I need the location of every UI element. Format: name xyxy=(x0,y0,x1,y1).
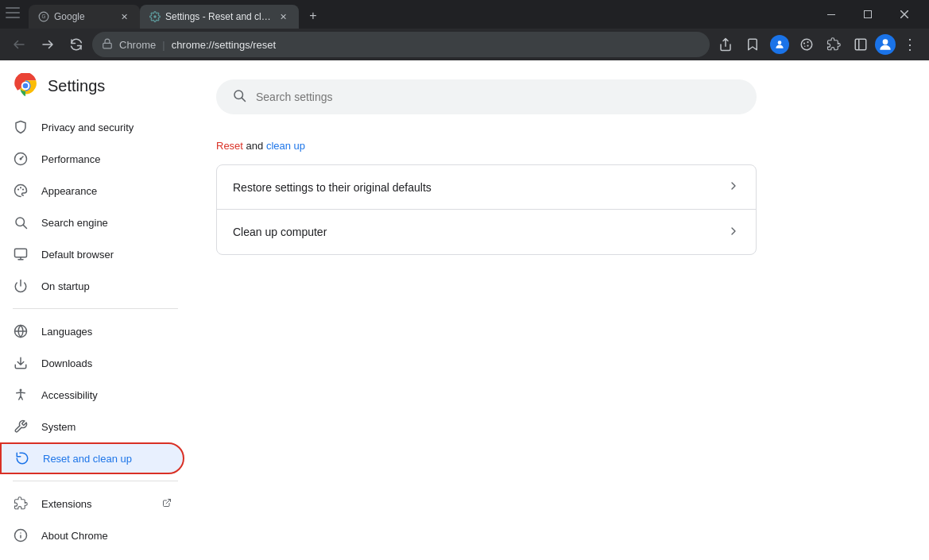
hamburger-line-3 xyxy=(6,17,20,18)
svg-point-9 xyxy=(803,42,805,44)
sidebar-item-reset[interactable]: Reset and clean up xyxy=(0,442,184,474)
back-button[interactable] xyxy=(6,32,32,57)
tab-google[interactable]: G Google ✕ xyxy=(29,5,140,29)
google-account-icon[interactable] xyxy=(767,32,792,57)
palette-icon xyxy=(13,183,29,198)
monitor-icon xyxy=(13,247,29,261)
sidebar-toggle-button[interactable] xyxy=(848,32,873,57)
hamburger-menu[interactable] xyxy=(0,0,25,25)
svg-point-22 xyxy=(22,188,24,190)
svg-point-12 xyxy=(804,46,806,48)
section-title-and: and xyxy=(243,140,266,152)
toolbar-right: ⋮ xyxy=(713,32,923,57)
profile-avatar[interactable] xyxy=(875,34,896,55)
cleanup-settings-arrow xyxy=(727,225,740,240)
download-icon xyxy=(13,356,29,370)
content-area: Reset and clean up Restore settings to t… xyxy=(191,60,929,560)
svg-rect-6 xyxy=(103,43,112,48)
svg-point-15 xyxy=(883,39,888,44)
sidebar-item-search[interactable]: Search engine xyxy=(0,207,184,238)
tab-close-google[interactable]: ✕ xyxy=(118,10,130,23)
sidebar-label-startup: On startup xyxy=(41,280,172,292)
share-button[interactable] xyxy=(713,32,738,57)
extensions-cookies-icon[interactable] xyxy=(794,32,819,57)
sidebar-item-system[interactable]: System xyxy=(0,411,184,442)
restore-settings-label: Restore settings to their original defau… xyxy=(233,181,432,194)
close-button[interactable] xyxy=(886,0,923,29)
svg-point-20 xyxy=(17,188,19,190)
main-content: Settings Privacy and security Performanc… xyxy=(0,60,929,560)
cleanup-settings-item[interactable]: Clean up computer xyxy=(217,210,756,254)
search-settings-bar[interactable] xyxy=(216,79,757,114)
address-separator: | xyxy=(162,39,165,51)
sidebar-header[interactable]: Settings xyxy=(0,67,191,111)
refresh-button[interactable] xyxy=(64,32,89,57)
sidebar-item-default-browser[interactable]: Default browser xyxy=(0,238,184,270)
forward-button[interactable] xyxy=(35,32,60,57)
svg-point-19 xyxy=(20,158,22,160)
hamburger-line-1 xyxy=(6,7,20,9)
reset-icon xyxy=(14,451,30,465)
sidebar-label-system: System xyxy=(41,421,172,433)
address-path: chrome://settings/reset xyxy=(172,39,277,51)
tab-bar: G Google ✕ Settings - Reset and clean up… xyxy=(0,0,807,29)
sidebar-item-downloads[interactable]: Downloads xyxy=(0,347,184,379)
search-icon xyxy=(232,88,246,106)
search-settings-input[interactable] xyxy=(256,91,741,103)
sidebar-item-performance[interactable]: Performance xyxy=(0,143,184,175)
sidebar-item-privacy[interactable]: Privacy and security xyxy=(0,111,184,143)
sidebar-label-extensions: Extensions xyxy=(41,498,149,510)
new-tab-button[interactable]: + xyxy=(302,5,324,27)
sidebar-label-privacy: Privacy and security xyxy=(41,122,172,133)
chrome-logo xyxy=(13,73,38,98)
restore-button[interactable] xyxy=(850,0,886,29)
tab-favicon-google: G xyxy=(38,11,49,22)
globe-icon xyxy=(13,324,29,338)
svg-rect-2 xyxy=(827,14,835,15)
minimize-button[interactable] xyxy=(813,0,850,29)
sidebar-label-about: About Chrome xyxy=(41,530,172,542)
cleanup-settings-label: Clean up computer xyxy=(233,226,327,238)
sidebar-divider-2 xyxy=(13,481,178,481)
restore-settings-item[interactable]: Restore settings to their original defau… xyxy=(217,165,756,210)
extensions-button[interactable] xyxy=(821,32,846,57)
svg-point-10 xyxy=(807,41,808,43)
search-engine-icon xyxy=(13,215,29,230)
svg-point-18 xyxy=(23,83,29,89)
sidebar-item-startup[interactable]: On startup xyxy=(0,270,184,302)
svg-point-21 xyxy=(20,187,21,188)
sidebar-label-downloads: Downloads xyxy=(41,357,172,369)
section-title-clean: clean up xyxy=(266,140,305,152)
gauge-icon xyxy=(13,152,29,166)
address-bar[interactable]: Chrome | chrome://settings/reset xyxy=(92,32,710,57)
sidebar-label-languages: Languages xyxy=(41,326,172,338)
svg-rect-13 xyxy=(855,39,866,50)
bookmark-button[interactable] xyxy=(740,32,765,57)
tab-close-settings[interactable]: ✕ xyxy=(277,10,289,23)
sidebar-label-search: Search engine xyxy=(41,217,172,229)
sidebar-item-extensions[interactable]: Extensions xyxy=(0,488,184,519)
power-icon xyxy=(13,279,29,293)
svg-point-7 xyxy=(778,41,782,44)
sidebar-item-languages[interactable]: Languages xyxy=(0,315,184,347)
sidebar: Settings Privacy and security Performanc… xyxy=(0,60,191,560)
svg-point-8 xyxy=(801,39,812,50)
tab-favicon-settings xyxy=(149,11,161,22)
tab-title-google: Google xyxy=(54,11,113,22)
chrome-menu-button[interactable]: ⋮ xyxy=(897,32,923,57)
wrench-icon xyxy=(13,419,29,434)
sidebar-item-appearance[interactable]: Appearance xyxy=(0,175,184,207)
window-controls xyxy=(807,0,929,29)
navigation-toolbar: Chrome | chrome://settings/reset xyxy=(0,29,929,60)
svg-point-11 xyxy=(807,44,808,46)
svg-rect-24 xyxy=(15,249,27,257)
address-lock-icon xyxy=(102,38,113,52)
sidebar-label-performance: Performance xyxy=(41,153,172,165)
hamburger-line-2 xyxy=(6,12,20,14)
sidebar-item-about[interactable]: About Chrome xyxy=(0,519,184,551)
sidebar-item-accessibility[interactable]: Accessibility xyxy=(0,379,184,411)
section-title-reset: Reset xyxy=(216,140,243,152)
tab-settings[interactable]: Settings - Reset and clean up ✕ xyxy=(140,5,299,29)
tab-title-settings: Settings - Reset and clean up xyxy=(165,11,272,22)
svg-rect-3 xyxy=(865,11,872,18)
